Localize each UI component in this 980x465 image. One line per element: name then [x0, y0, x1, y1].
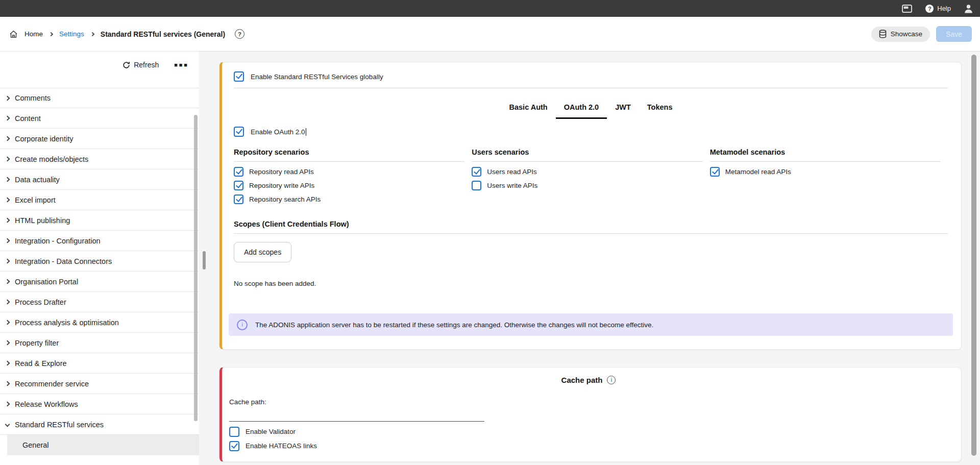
sidebar-item-create-models[interactable]: Create models/objects — [0, 149, 199, 169]
tab-oauth-2-0[interactable]: OAuth 2.0 — [556, 102, 607, 119]
main-scrollbar[interactable] — [971, 55, 976, 456]
chevron-right-icon — [5, 218, 10, 223]
sidebar-item-read-explore[interactable]: Read & Explore — [0, 353, 199, 374]
divider — [234, 161, 464, 162]
cache-path-label: Cache path: — [229, 398, 948, 406]
enable-hateoas-checkbox[interactable] — [229, 441, 239, 451]
option-label: Users write APIs — [487, 182, 537, 189]
panel-resize-handle[interactable] — [203, 251, 206, 270]
users-scenarios-group: Users scenarios Users read APIs Users wr… — [472, 148, 709, 208]
more-options-icon[interactable]: ■ ■ ■ — [174, 62, 188, 68]
metamodel-read-checkbox[interactable] — [710, 167, 720, 177]
breadcrumb-current: Standard RESTful services (General) — [101, 30, 225, 38]
sidebar-item-label: Data actuality — [15, 176, 60, 184]
chevron-right-icon — [5, 95, 10, 101]
sidebar-item-recommender-service[interactable]: Recommender service — [0, 374, 199, 394]
sidebar-item-process-analysis[interactable]: Process analysis & optimisation — [0, 312, 199, 333]
divider — [710, 161, 941, 162]
enable-global-checkbox[interactable] — [234, 71, 244, 82]
chevron-right-icon — [5, 300, 10, 305]
enable-validator-checkbox[interactable] — [229, 427, 239, 437]
option-row: Repository search APIs — [234, 194, 464, 204]
sidebar-item-label: Integration - Data Connectors — [15, 257, 112, 265]
sidebar-item-process-drafter[interactable]: Process Drafter — [0, 292, 199, 312]
cache-options: Enable Validator Enable HATEOAS links — [229, 427, 948, 451]
sidebar-item-corporate-identity[interactable]: Corporate identity — [0, 129, 199, 149]
sidebar-item-label: Release Workflows — [15, 400, 78, 408]
windows-button[interactable] — [902, 5, 912, 13]
group-title: Users scenarios — [472, 148, 702, 157]
sidebar-item-data-actuality[interactable]: Data actuality — [0, 169, 199, 190]
sidebar-item-release-workflows[interactable]: Release Workflows — [0, 394, 199, 414]
option-row: Enable HATEOAS links — [229, 441, 948, 451]
users-write-checkbox[interactable] — [472, 181, 481, 190]
repository-write-checkbox[interactable] — [234, 181, 243, 190]
sidebar-item-integration-data-connectors[interactable]: Integration - Data Connectors — [0, 251, 199, 272]
sidebar-item-label: Process analysis & optimisation — [15, 319, 119, 327]
settings-sidebar: Refresh ■ ■ ■ Comments Content Corporate… — [0, 52, 199, 465]
refresh-button[interactable]: Refresh — [122, 61, 159, 69]
refresh-label: Refresh — [134, 61, 159, 69]
option-label: Metamodel read APIs — [725, 168, 791, 176]
scopes-empty-text: No scope has been added. — [234, 280, 948, 288]
add-scopes-button[interactable]: Add scopes — [234, 242, 291, 262]
sidebar-item-comments[interactable]: Comments — [0, 88, 199, 108]
enable-oauth-row: Enable OAuth 2.0 — [234, 127, 948, 137]
option-label: Users read APIs — [487, 168, 537, 176]
sidebar-item-standard-restful-services[interactable]: Standard RESTful services — [0, 414, 199, 435]
settings-main-panel: Enable Standard RESTful Services globall… — [199, 52, 980, 465]
cache-path-title: Cache path — [561, 376, 603, 384]
scopes-title: Scopes (Client Credentials Flow) — [234, 220, 948, 229]
user-menu-button[interactable] — [964, 4, 973, 13]
sidebar-scrollbar[interactable] — [194, 115, 198, 421]
repository-read-checkbox[interactable] — [234, 167, 243, 177]
scenario-groups: Repository scenarios Repository read API… — [234, 148, 948, 208]
option-row: Metamodel read APIs — [710, 166, 941, 177]
breadcrumb: Home Settings Standard RESTful services … — [9, 29, 244, 39]
sidebar-subitem-general[interactable]: General — [7, 435, 199, 455]
tab-basic-auth[interactable]: Basic Auth — [501, 102, 556, 119]
chevron-right-icon — [90, 32, 94, 36]
option-label: Repository read APIs — [249, 168, 314, 176]
chevron-right-icon — [5, 238, 10, 243]
cache-info-icon[interactable]: i — [607, 376, 616, 384]
enable-oauth-label: Enable OAuth 2.0 — [251, 128, 306, 136]
restart-info-banner: i The ADONIS application server has to b… — [229, 313, 953, 336]
sidebar-item-content[interactable]: Content — [0, 108, 199, 129]
breadcrumb-home[interactable]: Home — [24, 30, 43, 38]
sidebar-item-label: Organisation Portal — [15, 278, 78, 286]
option-label: Enable Validator — [246, 428, 296, 435]
sidebar-item-label: Standard RESTful services — [15, 421, 104, 429]
refresh-icon — [122, 61, 130, 69]
option-label: Repository write APIs — [249, 182, 314, 189]
chevron-right-icon — [5, 402, 10, 407]
sidebar-item-label: Comments — [15, 94, 51, 102]
option-row: Users read APIs — [472, 166, 702, 177]
chevron-right-icon — [5, 136, 10, 141]
page-help-icon[interactable]: ? — [235, 29, 244, 39]
sidebar-item-integration-configuration[interactable]: Integration - Configuration — [0, 231, 199, 251]
sidebar-item-organisation-portal[interactable]: Organisation Portal — [0, 272, 199, 292]
breadcrumb-settings[interactable]: Settings — [59, 30, 84, 38]
help-button[interactable]: ? Help — [925, 5, 951, 13]
repository-search-checkbox[interactable] — [234, 194, 243, 204]
enable-oauth-checkbox[interactable] — [234, 127, 244, 137]
showcase-button[interactable]: Showcase — [871, 27, 930, 42]
users-read-checkbox[interactable] — [472, 167, 481, 177]
cache-path-input[interactable] — [229, 407, 484, 422]
repository-scenarios-group: Repository scenarios Repository read API… — [234, 148, 472, 208]
cache-path-card: Cache path i Cache path: Enable Validato… — [219, 367, 962, 462]
chevron-right-icon — [5, 177, 10, 182]
group-title: Metamodel scenarios — [710, 148, 941, 157]
sidebar-item-property-filter[interactable]: Property filter — [0, 333, 199, 353]
sidebar-item-html-publishing[interactable]: HTML publishing — [0, 210, 199, 231]
sidebar-item-excel-import[interactable]: Excel import — [0, 190, 199, 210]
metamodel-scenarios-group: Metamodel scenarios Metamodel read APIs — [710, 148, 948, 208]
divider — [472, 161, 702, 162]
tab-tokens[interactable]: Tokens — [639, 102, 681, 119]
chevron-right-icon — [5, 198, 10, 203]
save-button[interactable]: Save — [936, 26, 972, 42]
showcase-label: Showcase — [891, 30, 922, 38]
auth-tabs: Basic Auth OAuth 2.0 JWT Tokens — [234, 102, 948, 119]
tab-jwt[interactable]: JWT — [607, 102, 639, 119]
